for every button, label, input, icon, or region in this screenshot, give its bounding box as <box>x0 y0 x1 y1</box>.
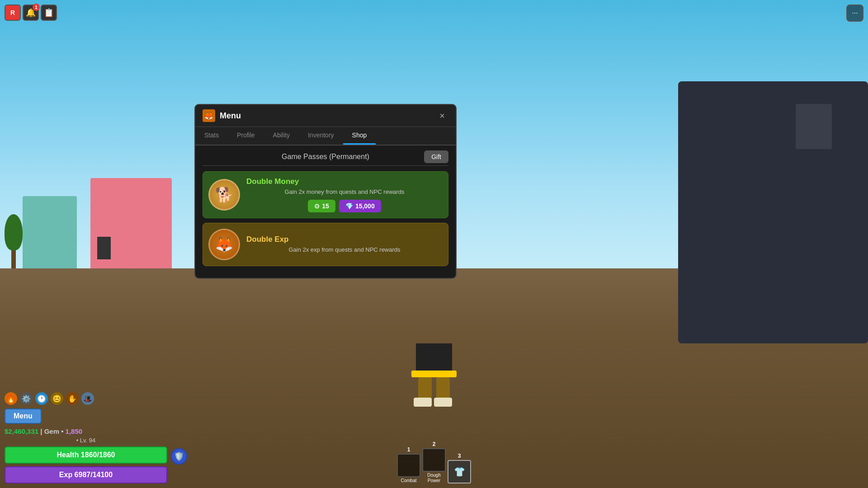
gem-icon: 💎 <box>345 202 353 210</box>
tab-ability[interactable]: Ability <box>264 127 299 145</box>
modal-title: Menu <box>220 111 431 121</box>
modal-icon-emoji: 🦊 <box>204 112 213 120</box>
hotbar-box-1[interactable] <box>397 454 420 477</box>
hotbar-slot-2: 2 DoughPower <box>422 441 446 483</box>
shop-item-double-money: 🐕 Double Money Gain 2x money from quests… <box>203 171 448 218</box>
top-left-icons: R 🔔 1 📋 <box>5 5 57 21</box>
hud: 🔥 ⚙️ 🕐 😊 ✋ 🎩 Menu $2,460,331 | Gem • 1,8… <box>5 392 167 483</box>
roblox-logo-button[interactable]: R <box>5 5 21 21</box>
right-structure <box>678 81 868 343</box>
gem-price: 15,000 <box>355 202 375 210</box>
clipboard-button[interactable]: 📋 <box>41 5 57 21</box>
hotbar-slot-1: 1 Combat <box>397 446 420 483</box>
currency-row: $2,460,331 | Gem • 1,850 <box>5 427 167 435</box>
double-money-info: Double Money Gain 2x money from quests a… <box>246 177 443 212</box>
doge-emoji: 🐕 <box>215 186 233 203</box>
double-money-price-coins[interactable]: ⊙ 15 <box>308 200 335 212</box>
fire-icon-btn[interactable]: 🔥 <box>5 392 17 405</box>
double-exp-desc: Gain 2x exp from quests and NPC rewards <box>246 246 443 254</box>
structure-detail <box>796 104 832 149</box>
shield-button[interactable]: 🛡️ <box>171 448 187 465</box>
tree <box>5 214 23 268</box>
gift-button[interactable]: Gift <box>424 150 448 163</box>
clipboard-icon: 📋 <box>44 8 54 18</box>
double-money-prices: ⊙ 15 💎 15,000 <box>246 200 443 212</box>
building-teal <box>23 196 77 268</box>
top-right-icons: ··· <box>846 5 863 22</box>
coin-price: 15 <box>322 202 329 210</box>
hotbar: 1 Combat 2 DoughPower 3 👕 <box>397 441 471 483</box>
tab-inventory[interactable]: Inventory <box>299 127 343 145</box>
chat-icon: ··· <box>852 9 858 17</box>
double-money-desc: Gain 2x money from quests and NPC reward… <box>246 188 443 196</box>
fox-emoji: 🦊 <box>215 236 233 253</box>
hotbar-label-2: DoughPower <box>427 473 440 483</box>
hotbar-box-3[interactable]: 👕 <box>448 460 471 483</box>
shield-icon: 🛡️ <box>174 451 184 461</box>
hand-icon-btn[interactable]: ✋ <box>66 392 79 405</box>
hat-icon-btn[interactable]: 🎩 <box>81 392 94 405</box>
door <box>97 237 111 259</box>
hotbar-label-1: Combat <box>401 478 416 483</box>
face-icon-btn[interactable]: 😊 <box>51 392 63 405</box>
level-row: • Lv. 94 <box>5 437 167 444</box>
game-passes-title: Game Passes (Permanent) <box>282 153 369 161</box>
gem-label: | Gem • <box>40 427 65 435</box>
double-money-name: Double Money <box>246 177 443 186</box>
exp-bar: Exp 6987/14100 <box>5 466 167 483</box>
character <box>407 343 461 416</box>
double-money-price-gems[interactable]: 💎 15,000 <box>339 200 381 212</box>
hotbar-number-2: 2 <box>433 441 436 447</box>
roblox-icon: R <box>10 9 15 16</box>
modal-close-button[interactable]: × <box>436 109 448 122</box>
exp-label: Exp 6987/14100 <box>59 471 113 479</box>
modal-titlebar: 🦊 Menu × <box>195 105 456 127</box>
tab-profile[interactable]: Profile <box>228 127 264 145</box>
game-passes-header: Game Passes (Permanent) Gift <box>203 153 448 166</box>
money-display: $2,460,331 <box>5 427 38 435</box>
shop-item-double-exp: 🦊 Double Exp Gain 2x exp from quests and… <box>203 223 448 266</box>
modal-content: Game Passes (Permanent) Gift 🐕 Double Mo… <box>195 145 456 278</box>
hotbar-icon-3: 👕 <box>454 466 465 477</box>
hotbar-number-1: 1 <box>407 446 410 453</box>
hud-icons-row: 🔥 ⚙️ 🕐 😊 ✋ 🎩 <box>5 392 167 405</box>
settings-icon-btn[interactable]: ⚙️ <box>20 392 33 405</box>
tab-shop[interactable]: Shop <box>343 127 376 145</box>
coin-icon: ⊙ <box>314 202 320 210</box>
gem-count: 1,850 <box>66 427 83 435</box>
clock-icon-btn[interactable]: 🕐 <box>35 392 48 405</box>
building-pink <box>90 178 172 268</box>
chat-button[interactable]: ··· <box>846 5 863 22</box>
menu-modal[interactable]: 🦊 Menu × Stats Profile Ability Inventory… <box>194 104 457 279</box>
double-exp-image: 🦊 <box>208 229 240 260</box>
menu-button[interactable]: Menu <box>5 408 42 424</box>
double-exp-name: Double Exp <box>246 235 443 244</box>
tab-stats[interactable]: Stats <box>195 127 228 145</box>
hotbar-box-2[interactable] <box>422 448 446 472</box>
double-money-image: 🐕 <box>208 179 240 211</box>
double-exp-info: Double Exp Gain 2x exp from quests and N… <box>246 235 443 254</box>
modal-tabs: Stats Profile Ability Inventory Shop <box>195 127 456 145</box>
hotbar-number-3: 3 <box>458 453 461 459</box>
hotbar-slot-3: 3 👕 <box>448 453 471 483</box>
health-bar: Health 1860/1860 <box>5 446 167 464</box>
notifications-button[interactable]: 🔔 1 <box>23 5 39 21</box>
health-label: Health 1860/1860 <box>57 451 115 459</box>
notification-badge: 1 <box>33 4 40 11</box>
modal-icon: 🦊 <box>203 109 215 122</box>
buildings-area <box>0 169 199 268</box>
